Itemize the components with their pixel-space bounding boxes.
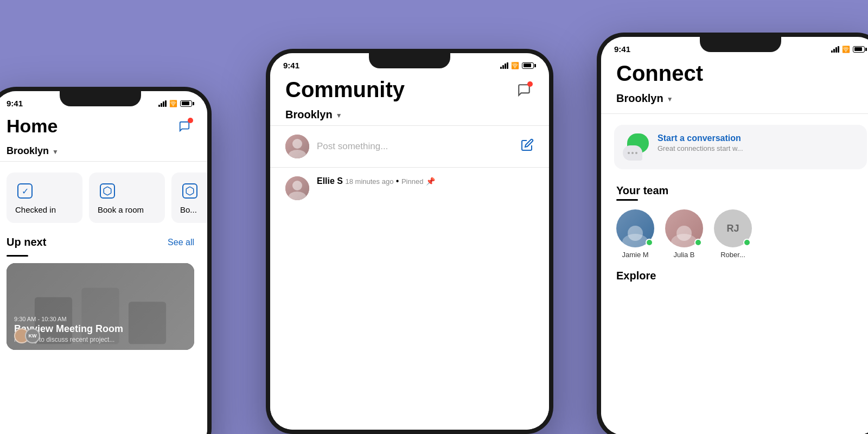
up-next-label: Up next [7,236,46,248]
feed-meta: Ellie S 18 minutes ago • Pinned 📌 [317,176,534,186]
online-indicator-julia [694,239,702,246]
chevron-down-icon-middle: ▼ [336,112,342,119]
status-time-left: 9:41 [7,99,23,108]
explore-label: Explore [601,259,868,284]
status-icons-right: 🛜 [831,46,867,53]
your-team-label: Your team [601,180,868,199]
team-avatar-wrap-rj: RJ [714,209,752,247]
community-notification-dot [527,81,533,87]
chat-bubble-icon [623,133,650,161]
team-member-julia[interactable]: Julia B [665,209,703,259]
avatar-2: KW [25,328,40,343]
online-indicator-jamie [646,239,653,246]
community-location-selector[interactable]: Brooklyn ▼ [270,102,549,126]
post-row: Post something... [270,126,549,168]
start-conversation-title: Start a conversation [658,133,858,143]
chevron-down-icon-right: ▼ [667,95,673,103]
team-avatar-wrap-julia [665,209,703,247]
location-selector-left[interactable]: Brooklyn ▼ [0,137,207,162]
post-avatar [285,135,309,158]
feed-name: Ellie S [317,176,343,186]
see-all-button[interactable]: See all [168,238,194,247]
start-conversation-subtitle: Great connections start w... [658,144,858,152]
wifi-icon-middle: 🛜 [511,62,519,69]
pin-icon: 📌 [426,177,435,186]
team-name-julia: Julia B [673,251,694,259]
checked-in-label: Checked in [15,205,74,214]
wifi-icon: 🛜 [169,100,177,107]
signal-icon-right [831,46,839,53]
book-room-label: Book a room [98,205,156,214]
connect-location-name: Brooklyn [616,92,663,105]
team-avatar-wrap-jamie [616,209,654,247]
conversation-text: Start a conversation Great connections s… [658,133,858,152]
book2-button[interactable]: Bo... [171,173,207,223]
start-conversation-card[interactable]: Start a conversation Great connections s… [614,125,867,169]
online-indicator-rj [743,239,751,246]
team-initials-rj: RJ [726,223,739,234]
status-time-right: 9:41 [614,44,630,54]
feed-avatar [285,176,309,200]
notch-right [700,37,781,52]
notch-left [60,91,141,106]
connect-title: Connect [601,57,868,86]
home-title: Home [7,116,58,137]
battery-icon-middle [522,62,536,69]
home-header: Home [0,111,207,137]
feed-pinned-label: Pinned [401,177,423,186]
feed-item[interactable]: Ellie S 18 minutes ago • Pinned 📌 [270,168,549,209]
check-icon: ✓ [15,181,35,201]
location-name-left: Brooklyn [7,145,49,157]
book2-label: Bo... [180,205,207,214]
up-next-header: Up next See all [0,232,207,253]
quick-actions: ✓ Checked in Book a room [0,162,207,232]
notification-button[interactable] [175,117,194,136]
meeting-time: 9:30 AM - 10:30 AM [14,316,187,322]
community-header: Community [270,73,549,102]
status-icons-left: 🛜 [158,100,194,107]
phone-left: 9:41 🛜 Home [0,87,212,434]
meeting-avatars: KW [14,328,40,343]
post-compose-icon[interactable] [521,138,534,155]
meeting-card[interactable]: 9:30 AM - 10:30 AM Bayview Meeting Room … [7,263,194,350]
notification-dot [188,118,193,123]
status-icons-middle: 🛜 [500,62,536,69]
signal-icon [158,100,167,107]
wifi-icon-right: 🛜 [842,46,850,53]
feed-time: 18 minutes ago [345,177,393,186]
up-next-divider [7,255,28,257]
connect-location-selector[interactable]: Brooklyn ▼ [601,86,868,114]
battery-icon-right [853,46,867,53]
community-title: Community [285,78,405,102]
team-member-jamie[interactable]: Jamie M [616,209,654,259]
team-member-rj[interactable]: RJ Rober... [714,209,752,259]
room-icon [98,181,117,201]
phone-right: 9:41 🛜 Connect Broo [597,33,868,434]
checked-in-button[interactable]: ✓ Checked in [7,173,82,223]
status-time-middle: 9:41 [283,61,299,70]
phone-middle: 9:41 🛜 Community [266,49,553,434]
battery-icon [180,100,194,107]
community-location-name: Brooklyn [285,108,333,121]
chevron-down-icon-left: ▼ [52,148,59,156]
team-name-rj: Rober... [720,251,745,259]
team-row: Jamie M Julia B RJ [601,209,868,259]
team-name-jamie: Jamie M [622,251,648,259]
book2-icon [180,181,200,201]
notch-middle [369,53,450,68]
community-notification-button[interactable] [514,80,534,100]
post-placeholder[interactable]: Post something... [317,141,513,152]
book-room-button[interactable]: Book a room [89,173,165,223]
your-team-divider [616,199,638,201]
signal-icon-middle [500,62,508,69]
